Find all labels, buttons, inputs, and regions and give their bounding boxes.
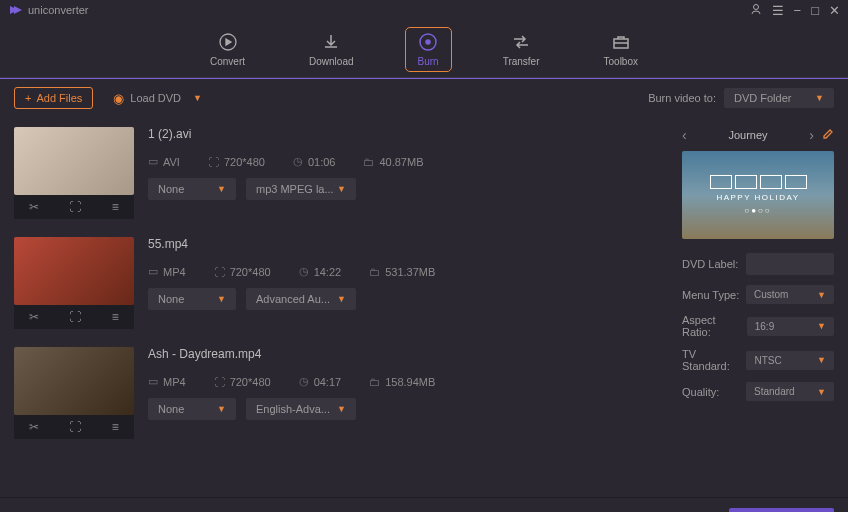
file-size: 🗀531.37MB [369, 266, 435, 278]
format-icon: ▭ [148, 265, 158, 278]
resolution-icon: ⛶ [214, 266, 225, 278]
edit-menu-button[interactable] [822, 128, 834, 143]
file-thumbnail[interactable] [14, 347, 134, 415]
thumb-tools: ✂ ⛶ ≡ [14, 195, 134, 219]
effects-icon[interactable]: ≡ [112, 310, 119, 324]
chevron-down-icon: ▼ [337, 184, 346, 194]
prev-menu-button[interactable]: ‹ [682, 127, 687, 143]
chevron-down-icon: ▼ [217, 294, 226, 304]
trim-icon[interactable]: ✂ [29, 310, 39, 324]
main-tabs: Convert Download Burn Transfer Toolbox [0, 20, 848, 78]
chevron-down-icon: ▼ [817, 355, 826, 365]
file-duration: ◷14:22 [299, 265, 342, 278]
tab-convert[interactable]: Convert [198, 28, 257, 71]
file-name: 55.mp4 [148, 237, 654, 251]
tv-standard-label: TV Standard: [682, 348, 746, 372]
file-item: ✂ ⛶ ≡ 1 (2).avi ▭AVI ⛶720*480 ◷01:06 🗀40… [14, 127, 654, 219]
preview-dots: ○●○○ [744, 206, 771, 215]
effects-icon[interactable]: ≡ [112, 200, 119, 214]
load-dvd-label: Load DVD [130, 92, 181, 104]
chevron-down-icon: ▼ [815, 93, 824, 103]
file-resolution: ⛶720*480 [214, 266, 271, 278]
tv-standard-select[interactable]: NTSC▼ [746, 351, 834, 370]
tab-toolbox[interactable]: Toolbox [592, 28, 650, 71]
footer: 0.77GB/4.70GB DVD5 (4700M ...▼ Burn [0, 497, 848, 512]
file-format: ▭AVI [148, 155, 180, 168]
tab-burn[interactable]: Burn [406, 28, 451, 71]
file-duration: ◷01:06 [293, 155, 336, 168]
subtitle-select[interactable]: None▼ [148, 398, 236, 420]
trim-icon[interactable]: ✂ [29, 420, 39, 434]
app-logo-icon [8, 3, 22, 17]
file-duration: ◷04:17 [299, 375, 342, 388]
convert-icon [218, 32, 238, 52]
clock-icon: ◷ [293, 155, 303, 168]
burn-to-value: DVD Folder [734, 92, 791, 104]
menu-preview[interactable]: HAPPY HOLIDAY ○●○○ [682, 151, 834, 239]
menu-type-label: Menu Type: [682, 289, 739, 301]
menu-type-select[interactable]: Custom▼ [746, 285, 834, 304]
audio-select[interactable]: mp3 MPEG la...▼ [246, 178, 356, 200]
burn-icon [418, 32, 438, 52]
chevron-down-icon: ▼ [817, 387, 826, 397]
preview-frames [710, 175, 807, 189]
preview-text: HAPPY HOLIDAY [716, 193, 799, 202]
file-name: Ash - Daydream.mp4 [148, 347, 654, 361]
download-icon [321, 32, 341, 52]
audio-select[interactable]: English-Adva...▼ [246, 398, 356, 420]
menu-name: Journey [728, 129, 767, 141]
file-thumbnail[interactable] [14, 127, 134, 195]
tab-transfer[interactable]: Transfer [491, 28, 552, 71]
svg-point-0 [753, 4, 758, 9]
quality-select[interactable]: Standard▼ [746, 382, 834, 401]
toolbar: + Add Files ◉ Load DVD ▼ Burn video to: … [0, 79, 848, 117]
file-item: ✂ ⛶ ≡ Ash - Daydream.mp4 ▭MP4 ⛶720*480 ◷… [14, 347, 654, 439]
file-list: ✂ ⛶ ≡ 1 (2).avi ▭AVI ⛶720*480 ◷01:06 🗀40… [0, 117, 668, 497]
load-dvd-button[interactable]: ◉ Load DVD ▼ [113, 91, 202, 106]
tab-label: Toolbox [604, 56, 638, 67]
file-resolution: ⛶720*480 [214, 376, 271, 388]
crop-icon[interactable]: ⛶ [69, 420, 81, 434]
menu-icon[interactable]: ☰ [772, 3, 784, 18]
file-name: 1 (2).avi [148, 127, 654, 141]
clock-icon: ◷ [299, 375, 309, 388]
add-files-label: Add Files [36, 92, 82, 104]
chevron-down-icon: ▼ [337, 404, 346, 414]
aspect-ratio-select[interactable]: 16:9▼ [747, 317, 834, 336]
minimize-icon[interactable]: − [794, 3, 802, 18]
effects-icon[interactable]: ≡ [112, 420, 119, 434]
file-item: ✂ ⛶ ≡ 55.mp4 ▭MP4 ⛶720*480 ◷14:22 🗀531.3… [14, 237, 654, 329]
chevron-down-icon: ▼ [817, 290, 826, 300]
close-icon[interactable]: ✕ [829, 3, 840, 18]
add-files-button[interactable]: + Add Files [14, 87, 93, 109]
file-size: 🗀158.94MB [369, 376, 435, 388]
format-icon: ▭ [148, 155, 158, 168]
maximize-icon[interactable]: □ [811, 3, 819, 18]
burn-button[interactable]: Burn [729, 508, 834, 512]
folder-icon: 🗀 [363, 156, 374, 168]
subtitle-select[interactable]: None▼ [148, 288, 236, 310]
crop-icon[interactable]: ⛶ [69, 310, 81, 324]
clock-icon: ◷ [299, 265, 309, 278]
audio-select[interactable]: Advanced Au...▼ [246, 288, 356, 310]
chevron-down-icon: ▼ [337, 294, 346, 304]
file-thumbnail[interactable] [14, 237, 134, 305]
titlebar: uniconverter ☰ − □ ✕ [0, 0, 848, 20]
plus-icon: + [25, 92, 31, 104]
dvd-label-input[interactable] [746, 253, 834, 275]
file-format: ▭MP4 [148, 265, 186, 278]
tab-label: Download [309, 56, 353, 67]
aspect-ratio-label: Aspect Ratio: [682, 314, 747, 338]
disc-icon: ◉ [113, 91, 124, 106]
crop-icon[interactable]: ⛶ [69, 200, 81, 214]
next-menu-button[interactable]: › [809, 127, 814, 143]
subtitle-select[interactable]: None▼ [148, 178, 236, 200]
transfer-icon [511, 32, 531, 52]
dvd-label-label: DVD Label: [682, 258, 738, 270]
burn-to-select[interactable]: DVD Folder ▼ [724, 88, 834, 108]
thumb-tools: ✂ ⛶ ≡ [14, 415, 134, 439]
sidebar: ‹ Journey › HAPPY HOLIDAY ○●○○ DVD Label… [668, 117, 848, 497]
tab-download[interactable]: Download [297, 28, 365, 71]
user-icon[interactable] [750, 3, 762, 18]
trim-icon[interactable]: ✂ [29, 200, 39, 214]
